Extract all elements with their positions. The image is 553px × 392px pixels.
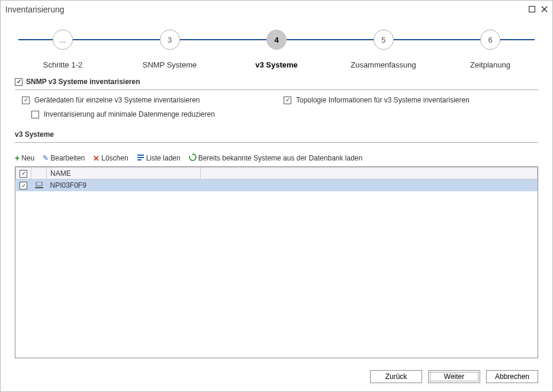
close-button[interactable] bbox=[541, 6, 548, 14]
refresh-icon bbox=[189, 153, 197, 163]
step-schedule[interactable]: 6 Zeitplanung bbox=[446, 21, 535, 69]
step-v3[interactable]: 4 v3 Systeme bbox=[232, 21, 321, 69]
v3-systems-header: v3 Systeme bbox=[15, 130, 538, 143]
row-checkbox[interactable]: ✓ bbox=[20, 182, 27, 189]
minimal-data-label: Inventarisierung auf minimale Datenmenge… bbox=[44, 110, 215, 118]
step-1-2[interactable]: ... Schritte 1-2 bbox=[18, 21, 107, 69]
grid-col-name[interactable]: NAME bbox=[47, 168, 201, 179]
plus-icon: + bbox=[15, 153, 20, 163]
svg-rect-7 bbox=[35, 187, 43, 188]
maximize-button[interactable] bbox=[529, 6, 535, 14]
step-summary[interactable]: 5 Zusammenfassung bbox=[339, 21, 428, 69]
edit-button[interactable]: ✎ Bearbeiten bbox=[43, 154, 85, 162]
step-indicator: ... Schritte 1-2 3 SNMP Systeme 4 v3 Sys… bbox=[18, 21, 535, 74]
device-icon bbox=[35, 182, 43, 189]
load-list-button[interactable]: Liste laden bbox=[137, 153, 181, 163]
grid-col-icon[interactable] bbox=[31, 168, 47, 179]
device-data-label: Gerätedaten für einzelne v3 Systeme inve… bbox=[34, 96, 200, 104]
grid-col-rest[interactable] bbox=[201, 168, 538, 179]
pencil-icon: ✎ bbox=[43, 154, 49, 162]
add-button[interactable]: + Neu bbox=[15, 153, 34, 163]
topology-label: Topologie Informationen für v3 Systeme i… bbox=[296, 96, 470, 104]
delete-button[interactable]: ✕ Löschen bbox=[93, 154, 128, 163]
table-row[interactable]: ✓ NPI03F0F9 bbox=[16, 179, 538, 191]
svg-rect-5 bbox=[137, 159, 142, 160]
svg-rect-3 bbox=[137, 155, 144, 156]
svg-rect-6 bbox=[36, 182, 42, 186]
back-button[interactable]: Zurück bbox=[370, 370, 422, 383]
inventory-v3-checkbox[interactable]: ✓ bbox=[15, 78, 22, 86]
step-snmp[interactable]: 3 SNMP Systeme bbox=[126, 21, 214, 69]
next-button[interactable]: Weiter bbox=[428, 370, 480, 383]
delete-icon: ✕ bbox=[93, 154, 99, 163]
load-known-button[interactable]: Bereits bekannte Systeme aus der Datenba… bbox=[189, 153, 363, 163]
grid-checkall[interactable]: ✓ bbox=[20, 170, 27, 178]
systems-grid[interactable]: ✓ NAME ✓ NPI03F0F9 bbox=[15, 166, 538, 358]
device-data-checkbox[interactable]: ✓ bbox=[22, 97, 30, 104]
window-title: Inventarisierung bbox=[5, 5, 65, 14]
cancel-button[interactable]: Abbrechen bbox=[486, 370, 538, 383]
svg-rect-4 bbox=[137, 157, 144, 158]
inventory-v3-label: SNMP v3 Systeme inventarisieren bbox=[26, 78, 140, 86]
minimal-data-checkbox[interactable]: ✓ bbox=[31, 111, 39, 118]
load-list-icon bbox=[137, 153, 144, 163]
row-name: NPI03F0F9 bbox=[47, 179, 201, 191]
svg-rect-0 bbox=[529, 6, 535, 12]
topology-checkbox[interactable]: ✓ bbox=[284, 97, 291, 104]
